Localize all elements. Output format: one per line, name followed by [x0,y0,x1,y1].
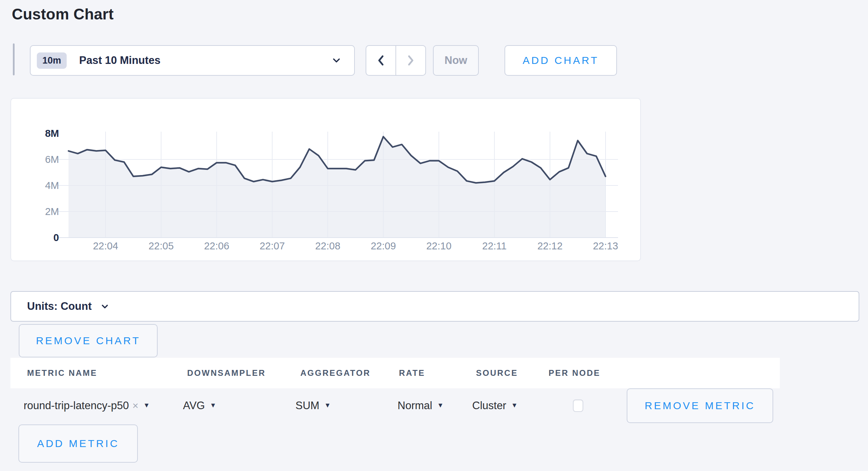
svg-text:22:09: 22:09 [371,240,396,251]
remove-metric-button[interactable]: REMOVE METRIC [627,388,773,423]
metric-name-value: round-trip-latency-p50 [24,399,129,412]
dropdown-caret-icon: ▼ [437,402,444,409]
svg-text:22:13: 22:13 [593,240,618,251]
chart-card: 8M6M4M2M022:0422:0522:0622:0722:0822:092… [10,98,641,261]
svg-text:22:11: 22:11 [482,240,507,251]
source-value: Cluster [472,399,506,412]
svg-text:22:05: 22:05 [149,240,174,251]
svg-text:8M: 8M [45,128,59,139]
timeseries-chart[interactable]: 8M6M4M2M022:0422:0522:0622:0722:0822:092… [11,99,640,261]
remove-tag-icon[interactable]: × [132,400,139,412]
column-header-downsampler: DOWNSAMPLER [187,368,266,378]
column-header-metric-name: METRIC NAME [27,368,97,378]
column-header-rate: RATE [399,368,425,378]
svg-text:22:12: 22:12 [537,240,563,251]
units-select-label: Units: Count [27,300,92,313]
downsampler-select[interactable]: AVG ▼ [183,398,216,413]
aggregator-value: SUM [295,399,319,412]
downsampler-value: AVG [183,399,205,412]
page-title: Custom Chart [12,6,114,23]
svg-text:22:08: 22:08 [315,240,341,251]
dropdown-caret-icon: ▼ [210,402,216,409]
svg-text:0: 0 [53,232,59,243]
rate-select[interactable]: Normal ▼ [398,398,444,413]
next-range-button[interactable] [396,46,425,75]
svg-text:22:06: 22:06 [204,240,229,251]
svg-text:2M: 2M [45,206,59,217]
time-window-badge: 10m [37,52,67,69]
svg-text:22:07: 22:07 [260,240,285,251]
units-select[interactable]: Units: Count [10,291,859,322]
metric-name-select[interactable]: round-trip-latency-p50 × ▼ [24,398,150,413]
add-metric-button[interactable]: ADD METRIC [18,424,138,463]
aggregator-select[interactable]: SUM ▼ [295,398,331,413]
column-header-per-node: PER NODE [549,368,600,378]
metrics-table-header [10,358,780,388]
dropdown-caret-icon: ▼ [511,402,518,409]
chevron-down-icon [101,302,109,311]
per-node-checkbox[interactable] [573,399,583,412]
time-range-select[interactable]: 10m Past 10 Minutes [30,45,355,76]
time-range-step-group [366,45,426,76]
svg-text:22:04: 22:04 [93,240,118,251]
add-chart-button[interactable]: ADD CHART [504,45,617,76]
source-select[interactable]: Cluster ▼ [472,398,518,413]
prev-range-button[interactable] [366,46,396,75]
dropdown-caret-icon: ▼ [143,402,150,409]
now-button[interactable]: Now [433,45,479,76]
svg-text:4M: 4M [45,180,59,191]
svg-text:22:10: 22:10 [426,240,452,251]
chevron-right-icon [405,53,417,67]
rate-value: Normal [398,399,432,412]
custom-chart-page: Custom Chart 10m Past 10 Minutes Now ADD… [0,0,868,471]
dropdown-caret-icon: ▼ [324,402,331,409]
chart-area-fill [68,137,606,238]
column-header-aggregator: AGGREGATOR [300,368,370,378]
chevron-left-icon [375,53,387,67]
remove-chart-button[interactable]: REMOVE CHART [19,324,158,357]
column-header-source: SOURCE [476,368,518,378]
chevron-down-icon [331,55,342,66]
time-window-label: Past 10 Minutes [79,54,160,67]
svg-text:6M: 6M [45,154,59,165]
range-divider [13,43,15,75]
